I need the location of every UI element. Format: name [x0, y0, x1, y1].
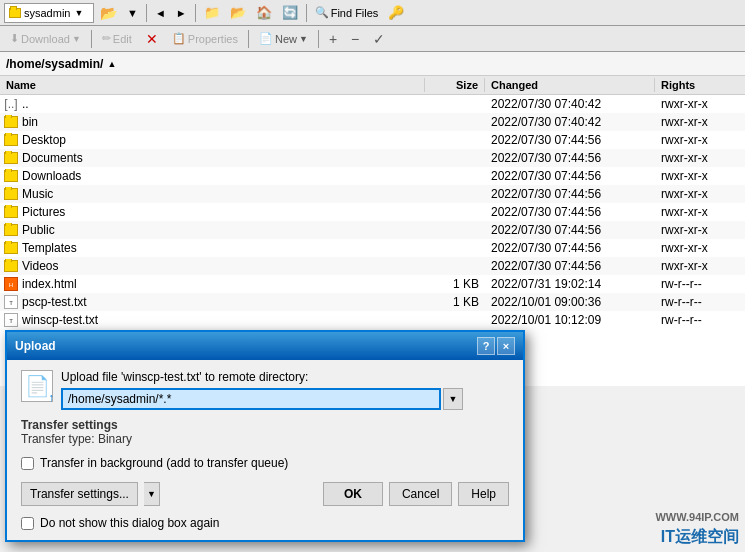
dialog-close-btn[interactable]: ×: [497, 337, 515, 355]
folder-icon: [4, 152, 18, 164]
file-cell-rights: rwxr-xr-x: [655, 205, 745, 219]
back-icon: ◄: [155, 7, 166, 19]
file-name: Templates: [22, 241, 77, 255]
table-row[interactable]: Music 2022/07/30 07:44:56 rwxr-xr-x: [0, 185, 745, 203]
folder-icon: [4, 260, 18, 272]
transfer-settings-dropdown-btn[interactable]: ▼: [144, 482, 160, 506]
up-icon: [..]: [4, 97, 18, 111]
sep3: [306, 4, 307, 22]
file-cell-name: Music: [0, 187, 425, 201]
file-cell-rights: rwxr-xr-x: [655, 115, 745, 129]
table-row[interactable]: T pscp-test.txt 1 KB 2022/10/01 09:00:36…: [0, 293, 745, 311]
refresh-btn[interactable]: 🔄: [278, 3, 302, 23]
file-name: Music: [22, 187, 53, 201]
table-row[interactable]: Pictures 2022/07/30 07:44:56 rwxr-xr-x: [0, 203, 745, 221]
file-name: ..: [22, 97, 29, 111]
minus-btn[interactable]: −: [345, 29, 365, 49]
transfer-section: Transfer settings Transfer type: Binary: [21, 418, 509, 446]
background-checkbox-label: Transfer in background (add to transfer …: [40, 456, 288, 470]
sep2: [195, 4, 196, 22]
table-row[interactable]: H index.html 1 KB 2022/07/31 19:02:14 rw…: [0, 275, 745, 293]
file-name: pscp-test.txt: [22, 295, 87, 309]
home-btn[interactable]: 🏠: [252, 3, 276, 23]
dialog-upload-info: 📄 ↑ Upload file 'winscp-test.txt' to rem…: [21, 370, 509, 410]
check-btn[interactable]: ✓: [367, 29, 391, 49]
address-text: /home/sysadmin/: [6, 57, 103, 71]
plus-btn[interactable]: +: [323, 29, 343, 49]
file-cell-size: 1 KB: [425, 277, 485, 291]
file-name: index.html: [22, 277, 77, 291]
folder-icon: [4, 224, 18, 236]
download-icon: ⬇: [10, 32, 19, 45]
properties-btn[interactable]: 📋 Properties: [166, 29, 244, 49]
open-folder-btn[interactable]: 📂: [96, 3, 121, 23]
back-btn[interactable]: ◄: [151, 3, 170, 23]
delete-icon: ✕: [146, 31, 158, 47]
new-btn[interactable]: 📄 New ▼: [253, 29, 314, 49]
folder-icon: [4, 242, 18, 254]
dialog-help-btn[interactable]: ?: [477, 337, 495, 355]
dialog-path-dropdown-btn[interactable]: ▼: [443, 388, 463, 410]
edit-btn[interactable]: ✏ Edit: [96, 29, 138, 49]
col-header-rights[interactable]: Rights: [655, 78, 745, 92]
table-row[interactable]: Desktop 2022/07/30 07:44:56 rwxr-xr-x: [0, 131, 745, 149]
toolbar-top: sysadmin ▼ 📂 ▼ ◄ ► 📁 📂 🏠 🔄 🔍: [0, 0, 745, 26]
file-cell-rights: rw-r--r--: [655, 277, 745, 291]
delete-btn[interactable]: ✕: [140, 29, 164, 49]
file-cell-name: [..] ..: [0, 97, 425, 111]
dialog-title: Upload: [15, 339, 56, 353]
filter-icon: ▼: [127, 7, 138, 19]
background-checkbox[interactable]: [21, 457, 34, 470]
no-show-checkbox-row: Do not show this dialog box again: [21, 516, 509, 530]
download-arrow: ▼: [72, 34, 81, 44]
table-row[interactable]: Downloads 2022/07/30 07:44:56 rwxr-xr-x: [0, 167, 745, 185]
cancel-btn[interactable]: Cancel: [389, 482, 452, 506]
find-files-btn[interactable]: 🔍 Find Files: [311, 3, 383, 23]
col-header-name[interactable]: Name: [0, 78, 425, 92]
transfer-type-label: Transfer type: Binary: [21, 432, 509, 446]
profile-dropdown-arrow[interactable]: ▼: [74, 8, 83, 18]
file-list-header: Name Size Changed Rights: [0, 76, 745, 95]
file-cell-rights: rw-r--r--: [655, 313, 745, 327]
table-row[interactable]: Templates 2022/07/30 07:44:56 rwxr-xr-x: [0, 239, 745, 257]
table-row[interactable]: bin 2022/07/30 07:40:42 rwxr-xr-x: [0, 113, 745, 131]
keepass-btn[interactable]: 🔑: [384, 3, 408, 23]
file-cell-name: H index.html: [0, 277, 425, 291]
folder1-btn[interactable]: 📁: [200, 3, 224, 23]
file-cell-changed: 2022/07/30 07:44:56: [485, 187, 655, 201]
file-cell-changed: 2022/07/30 07:44:56: [485, 151, 655, 165]
table-row[interactable]: Videos 2022/07/30 07:44:56 rwxr-xr-x: [0, 257, 745, 275]
file-cell-rights: rwxr-xr-x: [655, 223, 745, 237]
dialog-path-input[interactable]: [61, 388, 441, 410]
download-btn[interactable]: ⬇ Download ▼: [4, 29, 87, 49]
file-cell-changed: 2022/07/30 07:44:56: [485, 133, 655, 147]
filter-btn[interactable]: ▼: [123, 3, 142, 23]
file-cell-changed: 2022/07/30 07:44:56: [485, 241, 655, 255]
profile-selector[interactable]: sysadmin ▼: [4, 3, 94, 23]
file-cell-rights: rwxr-xr-x: [655, 151, 745, 165]
file-cell-name: Documents: [0, 151, 425, 165]
minus-icon: −: [351, 31, 359, 47]
table-row[interactable]: [..] .. 2022/07/30 07:40:42 rwxr-xr-x: [0, 95, 745, 113]
folder2-btn[interactable]: 📂: [226, 3, 250, 23]
edit-label: Edit: [113, 33, 132, 45]
properties-icon: 📋: [172, 32, 186, 45]
ok-btn[interactable]: OK: [323, 482, 383, 506]
file-cell-changed: 2022/07/30 07:40:42: [485, 115, 655, 129]
file-name: Public: [22, 223, 55, 237]
file-cell-changed: 2022/07/30 07:44:56: [485, 205, 655, 219]
col-header-changed[interactable]: Changed: [485, 78, 655, 92]
table-row[interactable]: Public 2022/07/30 07:44:56 rwxr-xr-x: [0, 221, 745, 239]
col-header-size[interactable]: Size: [425, 78, 485, 92]
sort-arrow: ▲: [107, 59, 116, 69]
table-row[interactable]: Documents 2022/07/30 07:44:56 rwxr-xr-x: [0, 149, 745, 167]
forward-btn[interactable]: ►: [172, 3, 191, 23]
table-row[interactable]: T winscp-test.txt 2022/10/01 10:12:09 rw…: [0, 311, 745, 329]
html-file-icon: H: [4, 277, 18, 291]
file-cell-rights: rwxr-xr-x: [655, 187, 745, 201]
plus-icon: +: [329, 31, 337, 47]
dialog-title-buttons: ? ×: [477, 337, 515, 355]
help-btn[interactable]: Help: [458, 482, 509, 506]
no-show-checkbox[interactable]: [21, 517, 34, 530]
transfer-settings-btn[interactable]: Transfer settings...: [21, 482, 138, 506]
